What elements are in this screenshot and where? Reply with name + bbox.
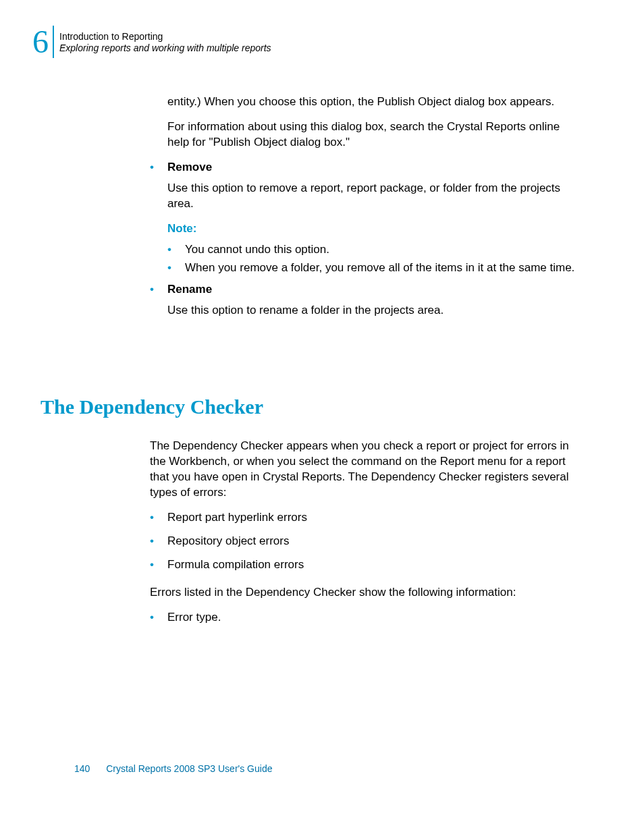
footer-doc-title: Crystal Reports 2008 SP3 User's Guide: [106, 763, 272, 774]
header-title: Introduction to Reporting: [59, 31, 271, 43]
list-item-label: Remove: [167, 160, 582, 175]
section-heading: The Dependency Checker: [41, 395, 263, 418]
bullet-icon: •: [167, 242, 185, 258]
page-header: 6 Introduction to Reporting Exploring re…: [32, 26, 271, 58]
bullet-icon: •: [167, 260, 185, 276]
paragraph: entity.) When you choose this option, th…: [150, 94, 582, 110]
chapter-number: 6: [32, 26, 54, 58]
list-item-text: Report part hyperlink errors: [167, 510, 582, 526]
list-item-remove: • Remove: [150, 160, 582, 175]
list-item: • Error type.: [150, 610, 582, 626]
list-item-text: Formula compilation errors: [167, 557, 582, 573]
error-types-list: • Report part hyperlink errors • Reposit…: [150, 510, 582, 573]
list-item: • Repository object errors: [150, 534, 582, 549]
list-item: • You cannot undo this option.: [167, 242, 582, 258]
list-item-text: When you remove a folder, you remove all…: [185, 260, 582, 276]
paragraph: Use this option to remove a report, repo…: [150, 181, 582, 212]
note-list: • You cannot undo this option. • When yo…: [150, 242, 582, 276]
lower-content: The Dependency Checker appears when you …: [150, 439, 582, 630]
list-item-text: Repository object errors: [167, 534, 582, 549]
paragraph: For information about using this dialog …: [150, 119, 582, 150]
upper-content: entity.) When you choose this option, th…: [150, 94, 582, 328]
list-item-label: Rename: [167, 282, 582, 298]
bullet-icon: •: [150, 160, 167, 175]
list-item-text: Error type.: [167, 610, 582, 626]
page-number: 140: [74, 763, 90, 774]
bullet-icon: •: [150, 557, 167, 573]
bullet-icon: •: [150, 282, 167, 298]
list-item: • Report part hyperlink errors: [150, 510, 582, 526]
bullet-icon: •: [150, 510, 167, 526]
list-item-rename: • Rename: [150, 282, 582, 298]
note-label: Note:: [167, 221, 582, 237]
header-subtitle: Exploring reports and working with multi…: [59, 43, 271, 55]
paragraph: The Dependency Checker appears when you …: [150, 439, 582, 501]
header-text-block: Introduction to Reporting Exploring repo…: [59, 30, 271, 55]
list-item: • Formula compilation errors: [150, 557, 582, 573]
list-item: • When you remove a folder, you remove a…: [167, 260, 582, 276]
paragraph: Use this option to rename a folder in th…: [150, 303, 582, 319]
paragraph: Errors listed in the Dependency Checker …: [150, 585, 582, 601]
list-item-text: You cannot undo this option.: [185, 242, 582, 258]
page-footer: 140 Crystal Reports 2008 SP3 User's Guid…: [74, 763, 272, 774]
bullet-icon: •: [150, 610, 167, 626]
bullet-icon: •: [150, 534, 167, 549]
